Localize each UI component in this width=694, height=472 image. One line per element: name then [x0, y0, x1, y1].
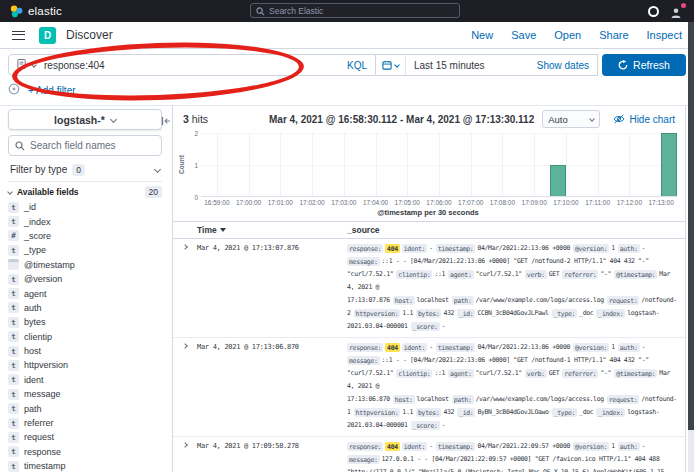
- available-fields-header[interactable]: Available fields 20: [8, 186, 162, 198]
- add-filter-button[interactable]: + Add filter: [28, 85, 76, 96]
- field-value: 1: [611, 343, 615, 351]
- field-badge: message:: [347, 257, 380, 266]
- field-value: 432: [443, 408, 454, 416]
- doc-table-body: Mar 4, 2021 @ 17:13:07.876response:404id…: [173, 239, 685, 472]
- expand-toggle[interactable]: [173, 242, 197, 333]
- show-dates-button[interactable]: Show dates: [537, 60, 597, 71]
- chevron-down-icon: [7, 189, 13, 195]
- x-tick-label: 17:05:00: [395, 199, 420, 206]
- column-header-time[interactable]: Time: [197, 225, 347, 235]
- chevron-down-icon: [394, 62, 400, 68]
- table-row: Mar 4, 2021 @ 17:13:07.876response:404id…: [173, 239, 685, 338]
- field-item-referrer[interactable]: treferrer: [8, 416, 162, 430]
- filter-settings-icon[interactable]: [8, 81, 20, 99]
- menu-icon[interactable]: [12, 31, 25, 40]
- field-item-httpversion[interactable]: thttpversion: [8, 358, 162, 372]
- refresh-button[interactable]: Refresh: [602, 54, 686, 76]
- expand-toggle[interactable]: [173, 341, 197, 432]
- time-range-display: Mar 4, 2021 @ 16:58:30.112 - Mar 4, 2021…: [269, 114, 534, 125]
- field-badge: _score:: [411, 322, 440, 331]
- saved-query-icon[interactable]: [17, 56, 27, 74]
- chevron-right-icon: [182, 244, 188, 250]
- text-field-icon: t: [8, 461, 19, 472]
- index-pattern-selector[interactable]: logstash-*: [8, 109, 162, 130]
- field-item-ident[interactable]: tident: [8, 373, 162, 387]
- user-avatar[interactable]: [670, 5, 684, 18]
- histogram-bar[interactable]: [661, 133, 677, 196]
- nav-action-share[interactable]: Share: [599, 29, 628, 41]
- field-item-host[interactable]: thost: [8, 344, 162, 358]
- field-name: response: [24, 447, 61, 457]
- field-name: request: [24, 432, 54, 442]
- column-header-source: _source: [347, 225, 380, 235]
- field-item-version[interactable]: t@version: [8, 272, 162, 286]
- time-range-value[interactable]: Last 15 minutes: [406, 60, 485, 71]
- expand-toggle[interactable]: [173, 440, 197, 472]
- field-item-response[interactable]: tresponse: [8, 445, 162, 459]
- calendar-icon: [382, 60, 392, 70]
- field-name: path: [24, 404, 42, 414]
- nav-action-inspect[interactable]: Inspect: [647, 29, 682, 41]
- field-item-type[interactable]: t_type: [8, 243, 162, 257]
- field-name: @timestamp: [24, 260, 75, 270]
- query-input[interactable]: response:404 KQL: [8, 54, 376, 76]
- field-badge: response:: [347, 442, 383, 451]
- nav-action-new[interactable]: New: [471, 29, 493, 41]
- text-field-icon: t: [8, 274, 19, 285]
- field-item-score[interactable]: #_score: [8, 229, 162, 243]
- field-badge: timestamp:: [436, 244, 476, 253]
- x-tick-label: 17:00:00: [236, 199, 261, 206]
- field-value: 04/Mar/2021:22:13:06 +0000: [477, 244, 570, 252]
- field-item-bytes[interactable]: tbytes: [8, 315, 162, 329]
- field-value: -: [429, 244, 433, 252]
- text-field-icon: t: [8, 331, 19, 342]
- field-badge: verb:: [525, 369, 547, 378]
- nav-action-save[interactable]: Save: [511, 29, 536, 41]
- chevron-right-icon: [182, 442, 188, 448]
- field-badge: auth:: [618, 343, 640, 352]
- field-name: host: [24, 346, 41, 356]
- histogram-bar[interactable]: [550, 165, 566, 197]
- query-bar: response:404 KQL Last 15 minutes Show da…: [0, 49, 694, 79]
- hide-chart-button[interactable]: Hide chart: [613, 114, 675, 125]
- table-header: Time _source: [173, 222, 685, 239]
- field-name: bytes: [24, 317, 46, 327]
- field-item-timestamp[interactable]: @timestamp: [8, 258, 162, 272]
- field-item-request[interactable]: trequest: [8, 430, 162, 444]
- field-value: -: [642, 244, 646, 252]
- field-item-auth[interactable]: tauth: [8, 301, 162, 315]
- global-search-input[interactable]: Search Elastic: [250, 3, 460, 18]
- date-quick-select[interactable]: [376, 55, 406, 75]
- field-item-clientip[interactable]: tclientip: [8, 330, 162, 344]
- query-language-button[interactable]: KQL: [347, 60, 367, 71]
- sort-descending-icon: [220, 228, 226, 232]
- search-icon: [256, 2, 265, 20]
- text-field-icon: t: [8, 374, 19, 385]
- scrollbar-thumb[interactable]: [688, 22, 694, 430]
- notification-dot: [681, 3, 686, 8]
- source-cell: response:404ident:-timestamp:04/Mar/2021…: [347, 242, 686, 333]
- field-badge: @version:: [573, 442, 609, 451]
- filter-by-type[interactable]: Filter by type 0: [8, 161, 162, 182]
- field-item-index[interactable]: t_index: [8, 214, 162, 228]
- help-icon[interactable]: [648, 6, 659, 17]
- collapse-sidebar-icon[interactable]: [161, 112, 171, 130]
- field-value: ::1: [434, 369, 445, 377]
- y-axis-title: Count: [178, 155, 185, 174]
- field-value: "curl/7.52.1": [476, 270, 522, 278]
- app-nav-bar: D Discover NewSaveOpenShareInspect: [0, 22, 694, 49]
- field-item-id[interactable]: t_id: [8, 200, 162, 214]
- table-row: Mar 4, 2021 @ 17:09:58.278response:404id…: [173, 437, 685, 472]
- vertical-scrollbar[interactable]: [688, 22, 694, 472]
- field-search-input[interactable]: Search field names: [8, 135, 162, 156]
- field-item-path[interactable]: tpath: [8, 401, 162, 415]
- field-value: 04/Mar/2021:22:09:57 +0000: [477, 442, 570, 450]
- x-tick-label: 17:08:00: [490, 199, 515, 206]
- interval-select[interactable]: Auto: [542, 110, 600, 128]
- field-item-message[interactable]: tmessage: [8, 387, 162, 401]
- field-value: 1: [611, 442, 615, 450]
- field-item-timestamp[interactable]: ttimestamp: [8, 459, 162, 472]
- nav-action-open[interactable]: Open: [554, 29, 581, 41]
- chevron-down-icon: [589, 116, 595, 122]
- field-item-agent[interactable]: tagent: [8, 286, 162, 300]
